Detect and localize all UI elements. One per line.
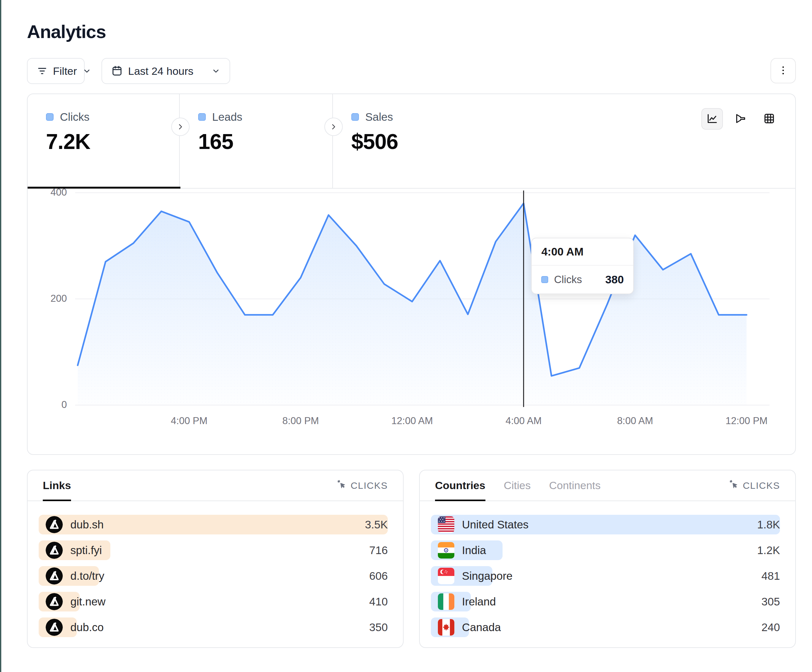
cursor-click-icon	[729, 479, 739, 492]
active-tab-underline	[27, 187, 181, 189]
list-item[interactable]: United States 1.8K	[431, 515, 780, 534]
flag-icon-sg	[438, 568, 454, 584]
x-axis-tick: 12:00 PM	[725, 415, 768, 426]
item-name: Ireland	[462, 595, 496, 608]
item-value: 410	[369, 592, 388, 611]
tab-cities[interactable]: Cities	[504, 471, 531, 500]
x-axis-tick: 4:00 PM	[171, 415, 207, 426]
analytics-page: Analytics Filter Last 24 hours Clicks 7.…	[0, 0, 812, 672]
more-options-button[interactable]	[771, 58, 796, 84]
list-item[interactable]: spti.fyi 716	[39, 541, 388, 560]
calendar-icon	[111, 65, 123, 77]
cursor-click-icon	[337, 479, 347, 492]
item-name: d.to/try	[70, 570, 104, 582]
list-item[interactable]: Singapore 481	[431, 566, 780, 586]
sales-legend-icon	[351, 113, 359, 121]
breakdown-panels: Links CLICKS dub.sh 3.5K spti.fyi 716 d.…	[27, 470, 796, 648]
metric-label: CLICKS	[743, 480, 780, 491]
stat-value: $506	[351, 129, 795, 154]
chart-tooltip: 4:00 AM Clicks 380	[531, 238, 634, 294]
list-item[interactable]: git.new 410	[39, 592, 388, 611]
stat-label: Sales	[365, 111, 393, 123]
item-value: 606	[369, 566, 388, 586]
list-item[interactable]: Canada 240	[431, 617, 780, 637]
chevron-down-icon	[211, 66, 221, 76]
item-value: 3.5K	[365, 515, 388, 534]
dub-favicon-icon	[46, 567, 63, 585]
stat-tab-leads[interactable]: Leads 165	[180, 94, 333, 188]
flag-icon-ca	[438, 619, 454, 636]
item-name: spti.fyi	[70, 544, 102, 557]
dub-favicon-icon	[46, 619, 63, 636]
locations-panel: CountriesCitiesContinents CLICKS United …	[419, 470, 796, 648]
item-value: 716	[369, 541, 388, 560]
clicks-area-chart	[75, 189, 769, 408]
funnel-chart-icon	[734, 112, 747, 126]
filter-button-label: Filter	[53, 65, 77, 77]
table-view-button[interactable]	[758, 108, 780, 130]
dub-favicon-icon	[46, 593, 63, 610]
list-item[interactable]: dub.sh 3.5K	[39, 515, 388, 534]
stat-value: 7.2K	[46, 129, 179, 154]
tooltip-value: 380	[605, 273, 624, 286]
analytics-chart-card: Clicks 7.2K Leads 165 Sales $506	[27, 94, 796, 455]
dub-favicon-icon	[46, 516, 63, 533]
links-panel: Links CLICKS dub.sh 3.5K spti.fyi 716 d.…	[27, 470, 404, 648]
list-item[interactable]: India 1.2K	[431, 541, 780, 560]
item-value: 481	[762, 566, 780, 586]
page-title: Analytics	[27, 21, 106, 42]
grid-icon	[763, 112, 776, 126]
flag-icon-us	[438, 516, 454, 533]
funnel-chart-button[interactable]	[730, 108, 751, 130]
date-range-label: Last 24 hours	[128, 65, 193, 77]
expand-stat-button[interactable]	[324, 118, 343, 136]
item-value: 240	[762, 617, 780, 637]
y-axis-tick: 200	[32, 293, 67, 304]
tab-links[interactable]: Links	[43, 471, 71, 500]
list-item[interactable]: d.to/try 606	[39, 566, 388, 586]
stat-label: Clicks	[60, 111, 89, 123]
item-value: 1.8K	[757, 515, 780, 534]
tooltip-series-label: Clicks	[554, 273, 582, 286]
list-item[interactable]: Ireland 305	[431, 592, 780, 611]
item-name: Singapore	[462, 570, 513, 582]
dub-favicon-icon	[46, 542, 63, 559]
list-item[interactable]: dub.co 350	[39, 617, 388, 637]
chevron-down-icon	[82, 66, 92, 76]
date-range-button[interactable]: Last 24 hours	[101, 58, 230, 84]
x-axis-tick: 8:00 PM	[282, 415, 319, 426]
item-name: dub.sh	[70, 518, 104, 531]
stat-tab-clicks[interactable]: Clicks 7.2K	[27, 94, 180, 188]
metric-selector[interactable]: CLICKS	[337, 479, 388, 492]
flag-icon-in	[438, 542, 454, 559]
panel-header: CountriesCitiesContinents CLICKS	[420, 471, 795, 501]
stats-tabs: Clicks 7.2K Leads 165 Sales $506	[27, 94, 795, 189]
panel-header: Links CLICKS	[27, 471, 403, 501]
item-value: 305	[762, 592, 780, 611]
stat-label: Leads	[212, 111, 242, 123]
metric-selector[interactable]: CLICKS	[729, 479, 780, 492]
y-axis-tick: 0	[32, 399, 67, 411]
item-name: Canada	[462, 621, 501, 634]
item-name: git.new	[70, 595, 106, 608]
filter-button[interactable]: Filter	[27, 58, 85, 84]
tab-continents[interactable]: Continents	[549, 471, 601, 500]
chart-view-switcher	[701, 108, 780, 130]
metric-label: CLICKS	[351, 480, 388, 491]
locations-list: United States 1.8K India 1.2K Singapore …	[431, 515, 780, 643]
tab-countries[interactable]: Countries	[435, 471, 485, 500]
toolbar: Filter Last 24 hours	[27, 58, 796, 84]
line-chart-button[interactable]	[701, 108, 723, 130]
kebab-menu-icon	[777, 64, 789, 77]
flag-icon-ie	[438, 594, 454, 610]
expand-stat-button[interactable]	[171, 118, 189, 136]
clicks-chart[interactable]: 4:00 AM Clicks 380 02004004:00 PM8:00 PM…	[27, 189, 795, 454]
item-name: dub.co	[70, 621, 104, 634]
filter-icon	[36, 65, 48, 77]
clicks-legend-icon	[46, 113, 54, 121]
window-edge-strip	[0, 0, 1, 672]
stat-value: 165	[198, 129, 332, 154]
x-axis-tick: 12:00 AM	[391, 415, 433, 426]
item-name: India	[462, 544, 486, 557]
leads-legend-icon	[198, 113, 206, 121]
